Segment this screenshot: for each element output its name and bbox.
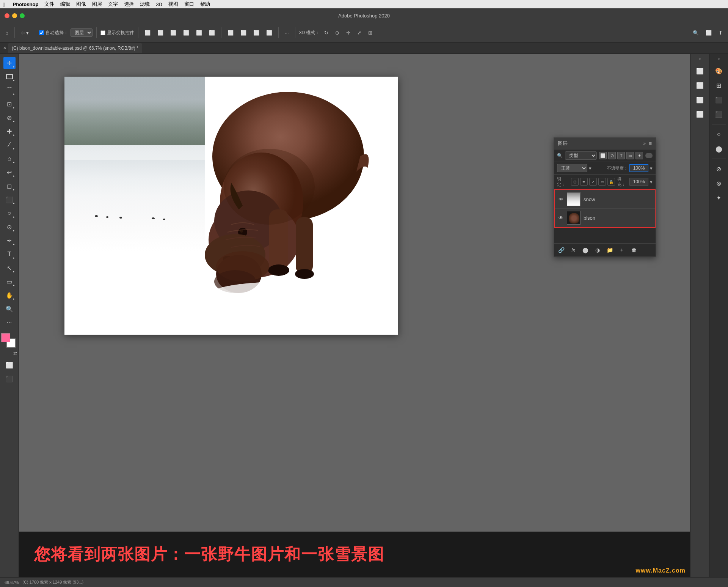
3d-orbit[interactable]: ⊙ — [333, 28, 342, 37]
menu-window[interactable]: 窗口 — [184, 1, 194, 8]
apple-menu[interactable]:  — [3, 1, 5, 8]
path-select-tool[interactable]: ↖ ▸ — [3, 262, 16, 274]
distribute-h3[interactable]: ⬜ — [251, 28, 262, 37]
text-tool[interactable]: T ▸ — [3, 248, 16, 260]
layout-btn[interactable]: ⊞ — [713, 79, 725, 91]
share[interactable]: ⬆ — [716, 28, 725, 37]
new-layer-btn[interactable]: ＋ — [618, 246, 626, 254]
move-tool-options[interactable]: ⊹ ▾ — [19, 28, 31, 37]
distribute-h1[interactable]: ⬜ — [225, 28, 236, 37]
zoom-tool[interactable]: 🔍 — [3, 303, 16, 315]
layers-filter-type[interactable]: 类型 名称 效果 — [565, 151, 597, 160]
align-center-v[interactable]: ⬜ — [194, 28, 204, 37]
history-brush-tool[interactable]: ↩ ▸ — [3, 166, 16, 178]
select-rect-tool[interactable]: ▸ — [3, 71, 16, 83]
close-button[interactable] — [5, 13, 9, 18]
layers-panel-btn[interactable]: ⊘ — [713, 163, 725, 175]
menu-filter[interactable]: 滤镜 — [140, 1, 150, 8]
menu-select[interactable]: 选择 — [124, 1, 134, 8]
clone-stamp-tool[interactable]: ⌂ ▸ — [3, 153, 16, 165]
3d-pan[interactable]: ✛ — [344, 28, 353, 37]
new-group-btn[interactable]: 📁 — [606, 246, 614, 254]
tab-close-icon[interactable]: ✕ — [3, 46, 6, 50]
app-name[interactable]: Photoshop — [13, 2, 38, 7]
fill-input[interactable] — [629, 178, 648, 186]
more-options[interactable]: ··· — [282, 28, 291, 37]
quick-mask-mode[interactable]: ⬜ — [3, 359, 16, 371]
align-right[interactable]: ⬜ — [168, 28, 179, 37]
lock-artboard-btn[interactable]: ▭ — [598, 178, 606, 186]
auto-select-checkbox[interactable]: 自动选择： — [39, 30, 68, 36]
arrange-documents[interactable]: ⬜ — [703, 28, 714, 37]
collapse-panel-icon[interactable]: » — [643, 141, 646, 146]
distribute-h2[interactable]: ⬜ — [238, 28, 249, 37]
hand-tool[interactable]: ✋ ▸ — [3, 289, 16, 301]
gradient-panel-btn[interactable]: ⬤ — [713, 143, 725, 155]
eyedropper-tool[interactable]: ⊘ ▸ — [3, 112, 16, 124]
more-tools[interactable]: ··· — [3, 316, 16, 329]
3d-scale[interactable]: ⊞ — [366, 28, 375, 37]
swap-colors-icon[interactable]: ⇄ — [13, 351, 17, 356]
minimize-button[interactable] — [12, 13, 17, 18]
lasso-tool[interactable]: ⌒ ▸ — [3, 84, 16, 96]
layer-effects-btn[interactable]: fx — [569, 246, 577, 254]
menu-edit[interactable]: 编辑 — [60, 1, 70, 8]
lock-all-btn[interactable]: 🔒 — [607, 178, 615, 186]
menu-3d[interactable]: 3D — [156, 2, 162, 7]
panel-3[interactable]: ⬛ — [713, 94, 725, 106]
menu-file[interactable]: 文件 — [44, 1, 54, 8]
blend-mode-select[interactable]: 正常 溶解 正片叠底 — [557, 164, 587, 172]
align-top[interactable]: ⬜ — [181, 28, 191, 37]
layer-item-bison[interactable]: 👁 bison — [555, 209, 655, 227]
maximize-button[interactable] — [20, 13, 25, 18]
collapse-right-icon[interactable]: « — [718, 57, 720, 61]
paths-btn[interactable]: ✦ — [713, 192, 725, 204]
channels-btn[interactable]: ⊗ — [713, 177, 725, 189]
color-picker-btn[interactable]: ○ — [713, 128, 725, 140]
home-button[interactable]: ⌂ — [3, 28, 11, 37]
opacity-input[interactable] — [629, 164, 648, 172]
layer-item-snow[interactable]: 👁 snow — [555, 190, 655, 209]
filter-adjustment-icon[interactable]: ⊙ — [608, 152, 616, 159]
search-button[interactable]: 🔍 — [690, 28, 701, 37]
auto-select-dropdown[interactable]: 图层 组 — [71, 28, 93, 37]
3d-rotate[interactable]: ↻ — [322, 28, 331, 37]
adjustments-panel-btn[interactable]: ⬜ — [694, 108, 706, 120]
layer-visibility-bison[interactable]: 👁 — [558, 215, 564, 221]
distribute-v1[interactable]: ⬜ — [264, 28, 275, 37]
menu-view[interactable]: 视图 — [168, 1, 178, 8]
swatches-btn[interactable]: 🎨 — [713, 65, 725, 77]
add-mask-btn[interactable]: ⬤ — [581, 246, 590, 254]
filter-toggle[interactable] — [645, 153, 653, 158]
document-tab[interactable]: (C) bison_downloadable-asset.psd @ 66.7%… — [8, 43, 142, 53]
shape-tool[interactable]: ▭ ▸ — [3, 275, 16, 288]
filter-pixel-icon[interactable]: ⬜ — [599, 152, 607, 159]
foreground-color-swatch[interactable] — [1, 333, 10, 342]
learn-panel-btn[interactable]: ⬜ — [694, 79, 706, 91]
lock-image-btn[interactable]: ✒ — [580, 178, 588, 186]
3d-slide[interactable]: ⤢ — [355, 28, 364, 37]
align-left[interactable]: ⬜ — [142, 28, 153, 37]
align-bottom[interactable]: ⬜ — [207, 28, 217, 37]
show-transform-checkbox[interactable]: 显示变换控件 — [100, 30, 134, 36]
fill-dropdown-arrow[interactable]: ▾ — [650, 179, 653, 185]
link-layers-btn[interactable]: 🔗 — [557, 246, 565, 254]
menu-layer[interactable]: 图层 — [92, 1, 102, 8]
blur-tool[interactable]: ○ ▸ — [3, 207, 16, 219]
crop-tool[interactable]: ⊡ ▸ — [3, 98, 16, 110]
dodge-tool[interactable]: ⊙ ▸ — [3, 221, 16, 233]
opacity-dropdown-arrow[interactable]: ▾ — [650, 165, 653, 171]
filter-smart-icon[interactable]: ✦ — [635, 152, 643, 159]
collapse-left-icon[interactable]: « — [699, 57, 701, 61]
panel-4[interactable]: ⬛ — [713, 108, 725, 120]
gradient-tool[interactable]: ⬛ ▸ — [3, 194, 16, 206]
new-adjustment-btn[interactable]: ◑ — [593, 246, 602, 254]
screen-mode[interactable]: ⬛ — [3, 373, 16, 385]
layer-visibility-snow[interactable]: 👁 — [558, 196, 564, 202]
align-center-h[interactable]: ⬜ — [155, 28, 166, 37]
panel-menu-icon[interactable]: ≡ — [649, 140, 652, 146]
menu-image[interactable]: 图像 — [76, 1, 86, 8]
eraser-tool[interactable]: ◻ ▸ — [3, 180, 16, 192]
delete-layer-btn[interactable]: 🗑 — [630, 246, 638, 254]
healing-brush-tool[interactable]: ✚ ▸ — [3, 125, 16, 137]
